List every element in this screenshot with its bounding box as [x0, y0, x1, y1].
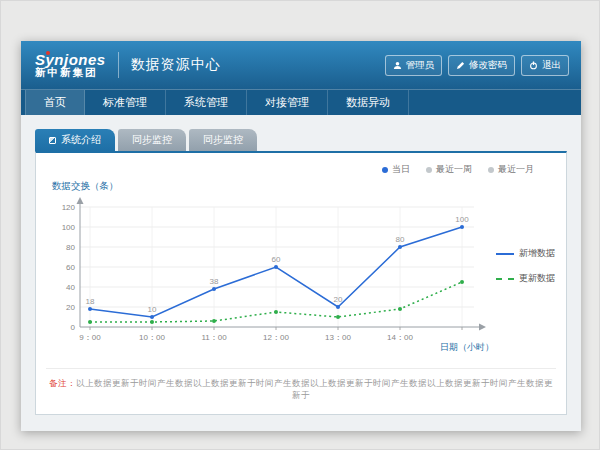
tab-strip: 系统介绍 同步监控 同步监控 [35, 129, 567, 151]
tab-sync-monitor-2[interactable]: 同步监控 [189, 129, 257, 151]
logo-subtext: 新中新集团 [35, 67, 106, 78]
nav-item-connect-mgmt[interactable]: 对接管理 [247, 90, 328, 115]
logo-accent-dot [46, 51, 50, 55]
filter-last-month-dot [488, 167, 494, 173]
tab-sync-monitor-2-label: 同步监控 [203, 133, 243, 147]
y-axis-title: 数据交换（条） [52, 180, 556, 193]
svg-text:38: 38 [210, 277, 219, 286]
svg-text:20: 20 [334, 295, 343, 304]
main-nav: 首页 标准管理 系统管理 对接管理 数据异动 [21, 89, 581, 115]
svg-text:60: 60 [66, 263, 75, 272]
svg-text:18: 18 [86, 297, 95, 306]
filter-last-week[interactable]: 最近一周 [426, 163, 472, 176]
content-area: 系统介绍 同步监控 同步监控 当日 最 [21, 115, 581, 431]
svg-text:100: 100 [455, 215, 469, 224]
tab-grid-icon [49, 137, 56, 144]
filter-last-month[interactable]: 最近一月 [488, 163, 534, 176]
tab-system-intro-label: 系统介绍 [61, 133, 101, 147]
filter-last-week-label: 最近一周 [436, 163, 472, 176]
legend-sample-update [496, 278, 514, 280]
period-filters: 当日 最近一周 最近一月 [46, 161, 556, 176]
legend-label-update: 更新数据 [519, 272, 555, 285]
filter-today-label: 当日 [392, 163, 410, 176]
user-icon [393, 61, 402, 70]
power-icon [529, 61, 538, 70]
legend-item-new-data[interactable]: 新增数据 [496, 247, 556, 260]
logout-label: 退出 [542, 59, 561, 72]
admin-user-button[interactable]: 管理员 [385, 55, 443, 76]
svg-text:40: 40 [66, 283, 75, 292]
filter-today-dot [382, 167, 388, 173]
admin-user-label: 管理员 [406, 59, 435, 72]
edit-icon [456, 61, 465, 70]
nav-item-data-change[interactable]: 数据异动 [328, 90, 409, 115]
line-chart: 9：0010：0011：0012：0013：0014：0002040608010… [46, 195, 496, 357]
app-window: Synjones 新中新集团 数据资源中心 管理员 修改密码 [21, 41, 581, 431]
chart-panel: 当日 最近一周 最近一月 数据交换（条） 9：0010：0011：0012：00… [35, 151, 567, 415]
svg-text:120: 120 [62, 203, 76, 212]
footnote-text: 以上数据更新于时间产生数据以上数据更新于时间产生数据以上数据更新于时间产生数据以… [76, 378, 553, 400]
nav-item-standard-mgmt[interactable]: 标准管理 [85, 90, 166, 115]
tab-system-intro[interactable]: 系统介绍 [35, 129, 115, 151]
header-divider [118, 52, 119, 78]
change-password-label: 修改密码 [469, 59, 507, 72]
logout-button[interactable]: 退出 [521, 55, 569, 76]
desktop-background: Synjones 新中新集团 数据资源中心 管理员 修改密码 [0, 0, 600, 450]
filter-last-month-label: 最近一月 [498, 163, 534, 176]
change-password-button[interactable]: 修改密码 [448, 55, 515, 76]
nav-item-system-mgmt[interactable]: 系统管理 [166, 90, 247, 115]
app-title: 数据资源中心 [131, 56, 221, 74]
app-header: Synjones 新中新集团 数据资源中心 管理员 修改密码 [21, 41, 581, 89]
chart-column: 9：0010：0011：0012：0013：0014：0002040608010… [46, 195, 496, 354]
legend-sample-new [496, 253, 514, 255]
svg-text:60: 60 [272, 255, 281, 264]
filter-last-week-dot [426, 167, 432, 173]
svg-text:0: 0 [71, 323, 76, 332]
legend-item-update-data[interactable]: 更新数据 [496, 272, 556, 285]
x-axis-title: 日期（小时） [46, 341, 496, 354]
legend-label-new: 新增数据 [519, 247, 555, 260]
series-legend: 新增数据 更新数据 [496, 247, 556, 297]
svg-text:20: 20 [66, 303, 75, 312]
footnote: 备注：以上数据更新于时间产生数据以上数据更新于时间产生数据以上数据更新于时间产生… [46, 368, 556, 404]
chart-row: 9：0010：0011：0012：0013：0014：0002040608010… [46, 195, 556, 354]
filter-today[interactable]: 当日 [382, 163, 410, 176]
svg-text:100: 100 [62, 223, 76, 232]
nav-item-home[interactable]: 首页 [25, 90, 85, 115]
svg-text:80: 80 [396, 235, 405, 244]
svg-text:80: 80 [66, 243, 75, 252]
tab-sync-monitor-1-label: 同步监控 [132, 133, 172, 147]
svg-text:10: 10 [148, 305, 157, 314]
footnote-prefix: 备注： [49, 378, 76, 388]
tab-sync-monitor-1[interactable]: 同步监控 [118, 129, 186, 151]
brand-logo: Synjones 新中新集团 [35, 52, 106, 79]
